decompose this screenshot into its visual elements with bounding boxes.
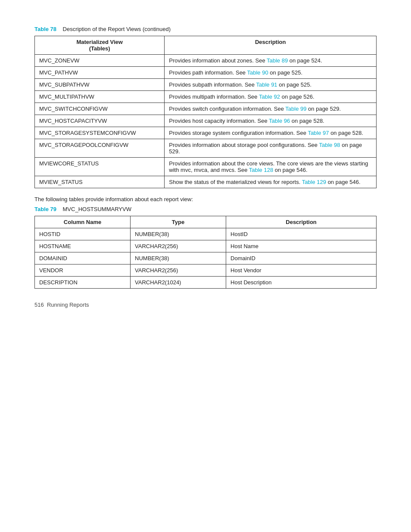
- table-row: MVC_STORAGESYSTEMCONFIGVWProvides storag…: [35, 127, 377, 139]
- type-cell: VARCHAR2(1024): [131, 277, 226, 289]
- desc-cell: Provides information about storage pool …: [165, 139, 377, 158]
- matview-cell: MVC_SUBPATHVW: [35, 79, 165, 91]
- table-row: HOSTNAMEVARCHAR2(256)Host Name: [35, 240, 377, 252]
- table-link[interactable]: Table 99: [285, 106, 306, 112]
- table-link[interactable]: Table 129: [302, 179, 326, 185]
- table79-header-colname: Column Name: [35, 216, 131, 228]
- colname-cell: VENDOR: [35, 264, 131, 277]
- table-row: MVC_STORAGEPOOLCONFIGVWProvides informat…: [35, 139, 377, 158]
- table-link[interactable]: Table 91: [256, 81, 277, 88]
- table78-header-desc: Description: [165, 36, 377, 55]
- desc-cell: Host Vendor: [226, 264, 377, 277]
- desc-cell: Host Name: [226, 240, 377, 252]
- table-row: MVC_SUBPATHVWProvides subpath informatio…: [35, 79, 377, 91]
- table-link[interactable]: Table 90: [247, 69, 268, 76]
- matview-cell: MVC_PATHVW: [35, 67, 165, 79]
- table-row: MVC_ZONEVWProvides information about zon…: [35, 55, 377, 67]
- type-cell: NUMBER(38): [131, 228, 226, 240]
- type-cell: NUMBER(38): [131, 252, 226, 264]
- table-row: MVIEW_STATUSShow the status of the mater…: [35, 176, 377, 188]
- table79-title: Table 79 MVC_HOSTSUMMARYVW: [34, 206, 377, 212]
- matview-cell: MVC_STORAGESYSTEMCONFIGVW: [35, 127, 165, 139]
- table78: Materialized View(Tables) Description MV…: [34, 36, 377, 188]
- table79-label: Table 79: [34, 206, 56, 212]
- desc-cell: Provides subpath information. See Table …: [165, 79, 377, 91]
- table-row: MVIEWCORE_STATUSProvides information abo…: [35, 158, 377, 176]
- table-link[interactable]: Table 97: [308, 130, 329, 136]
- colname-cell: HOSTNAME: [35, 240, 131, 252]
- colname-cell: DESCRIPTION: [35, 277, 131, 289]
- table-row: DESCRIPTIONVARCHAR2(1024)Host Descriptio…: [35, 277, 377, 289]
- table-link[interactable]: Table 89: [267, 57, 288, 64]
- desc-cell: Provides multipath information. See Tabl…: [165, 91, 377, 103]
- table79-header-desc: Description: [226, 216, 377, 228]
- matview-cell: MVC_ZONEVW: [35, 55, 165, 67]
- table79: Column Name Type Description HOSTIDNUMBE…: [34, 216, 377, 289]
- desc-cell: Show the status of the materialized view…: [165, 176, 377, 188]
- type-cell: VARCHAR2(256): [131, 240, 226, 252]
- table-row: MVC_SWITCHCONFIGVWProvides switch config…: [35, 103, 377, 115]
- desc-cell: Provides path information. See Table 90 …: [165, 67, 377, 79]
- type-cell: VARCHAR2(256): [131, 264, 226, 277]
- footer-section: Running Reports: [47, 302, 89, 308]
- desc-cell: DomainID: [226, 252, 377, 264]
- table-link[interactable]: Table 92: [259, 93, 280, 100]
- table-row: MVC_PATHVWProvides path information. See…: [35, 67, 377, 79]
- desc-cell: Provides switch configuration informatio…: [165, 103, 377, 115]
- matview-cell: MVC_SWITCHCONFIGVW: [35, 103, 165, 115]
- matview-cell: MVC_MULTIPATHVW: [35, 91, 165, 103]
- desc-cell: Provides information about the core view…: [165, 158, 377, 176]
- table-link[interactable]: Table 128: [249, 167, 273, 173]
- colname-cell: HOSTID: [35, 228, 131, 240]
- desc-cell: Provides host capacity information. See …: [165, 115, 377, 127]
- matview-cell: MVIEWCORE_STATUS: [35, 158, 165, 176]
- table78-label: Table 78: [34, 26, 56, 32]
- table-row: MVC_MULTIPATHVWProvides multipath inform…: [35, 91, 377, 103]
- desc-cell: Provides information about zones. See Ta…: [165, 55, 377, 67]
- table-link[interactable]: Table 98: [319, 142, 340, 148]
- table-link[interactable]: Table 96: [269, 118, 290, 124]
- table-row: VENDORVARCHAR2(256)Host Vendor: [35, 264, 377, 277]
- desc-cell: Provides storage system configuration in…: [165, 127, 377, 139]
- table79-desc: MVC_HOSTSUMMARYVW: [63, 206, 131, 212]
- footer: 516 Running Reports: [34, 302, 377, 308]
- table78-header-matview: Materialized View(Tables): [35, 36, 165, 55]
- between-text: The following tables provide information…: [34, 196, 377, 202]
- matview-cell: MVIEW_STATUS: [35, 176, 165, 188]
- table-row: MVC_HOSTCAPACITYVWProvides host capacity…: [35, 115, 377, 127]
- table-row: HOSTIDNUMBER(38)HostID: [35, 228, 377, 240]
- desc-cell: HostID: [226, 228, 377, 240]
- table78-title: Table 78 Description of the Report Views…: [34, 26, 377, 32]
- matview-cell: MVC_STORAGEPOOLCONFIGVW: [35, 139, 165, 158]
- colname-cell: DOMAINID: [35, 252, 131, 264]
- footer-page: 516: [34, 302, 44, 308]
- matview-cell: MVC_HOSTCAPACITYVW: [35, 115, 165, 127]
- table-row: DOMAINIDNUMBER(38)DomainID: [35, 252, 377, 264]
- table78-desc: Description of the Report Views (continu…: [63, 26, 171, 32]
- table79-header-type: Type: [131, 216, 226, 228]
- desc-cell: Host Description: [226, 277, 377, 289]
